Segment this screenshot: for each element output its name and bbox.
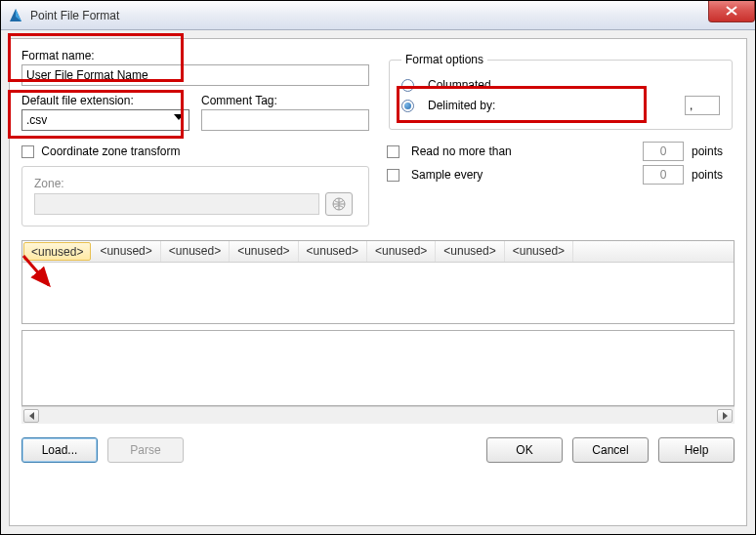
delimited-radio[interactable] (401, 100, 414, 112)
column-headers-row: <unused><unused><unused><unused><unused>… (22, 241, 734, 263)
load-button[interactable]: Load... (21, 437, 98, 463)
sample-every-label: Sample every (411, 168, 483, 182)
coord-zone-label: Coordinate zone transform (41, 144, 180, 158)
app-icon (7, 7, 24, 24)
comment-tag-input[interactable] (201, 109, 369, 131)
column-header[interactable]: <unused> (299, 241, 367, 262)
titlebar[interactable]: Point File Format (1, 1, 755, 30)
close-button[interactable] (708, 1, 755, 22)
triangle-left-icon (29, 412, 34, 420)
format-name-input[interactable] (21, 64, 369, 86)
read-no-more-input[interactable] (643, 142, 684, 161)
help-button[interactable]: Help (658, 437, 735, 463)
button-bar: Load... Parse OK Cancel Help (21, 437, 735, 463)
window-title: Point File Format (30, 9, 708, 22)
column-header[interactable]: <unused> (505, 241, 573, 262)
zone-fieldset: Zone: (21, 166, 369, 226)
sample-every-row: Sample every points (387, 165, 735, 185)
read-no-more-label: Read no more than (411, 144, 512, 158)
column-header[interactable]: <unused> (367, 241, 436, 262)
right-panel: Format options Columnated Delimited by: (387, 49, 735, 226)
cancel-button[interactable]: Cancel (572, 437, 649, 463)
column-header[interactable]: <unused> (92, 241, 160, 262)
columns-table: <unused><unused><unused><unused><unused>… (21, 240, 735, 324)
sample-every-input[interactable] (643, 165, 684, 185)
column-header[interactable]: <unused> (23, 242, 91, 261)
left-panel: Format name: Default file extension: Com… (21, 49, 369, 226)
column-header[interactable]: <unused> (230, 241, 298, 262)
close-icon (726, 6, 737, 16)
format-name-label: Format name: (21, 49, 369, 62)
scroll-left-button[interactable] (23, 409, 39, 423)
columnated-radio[interactable] (401, 79, 414, 92)
delimited-label: Delimited by: (428, 99, 495, 112)
points-label-2: points (692, 168, 735, 182)
format-options-legend: Format options (401, 53, 487, 66)
ok-button[interactable]: OK (486, 437, 563, 463)
coord-zone-check-row: Coordinate zone transform (21, 144, 369, 158)
columnated-label: Columnated (428, 78, 491, 92)
column-header[interactable]: <unused> (161, 241, 230, 262)
delimited-row: Delimited by: (401, 96, 720, 115)
read-no-more-row: Read no more than points (387, 142, 735, 161)
default-ext-input[interactable] (21, 109, 189, 131)
horizontal-scrollbar[interactable] (21, 406, 735, 424)
parse-button: Parse (107, 437, 184, 463)
default-ext-combo[interactable] (21, 109, 189, 131)
chevron-down-icon (174, 114, 184, 120)
delimiter-input[interactable] (685, 96, 720, 115)
column-header[interactable]: <unused> (436, 241, 504, 262)
dialog-window: Point File Format Format name: Default f… (0, 0, 756, 535)
points-label-1: points (692, 144, 735, 158)
dialog-content: Format name: Default file extension: Com… (9, 38, 747, 526)
zone-browse-button (325, 192, 353, 216)
triangle-right-icon (723, 412, 728, 420)
comment-tag-label: Comment Tag: (201, 94, 369, 107)
scroll-right-button[interactable] (717, 409, 733, 423)
zone-input (34, 193, 319, 215)
columnated-row: Columnated (401, 78, 720, 92)
globe-icon (332, 197, 346, 211)
format-options-group: Format options Columnated Delimited by: (389, 53, 733, 130)
sample-every-checkbox[interactable] (387, 169, 399, 182)
preview-area (21, 330, 735, 406)
read-no-more-checkbox[interactable] (387, 145, 399, 158)
zone-label: Zone: (34, 177, 64, 190)
default-ext-label: Default file extension: (21, 94, 189, 107)
coord-zone-checkbox[interactable] (21, 145, 34, 158)
